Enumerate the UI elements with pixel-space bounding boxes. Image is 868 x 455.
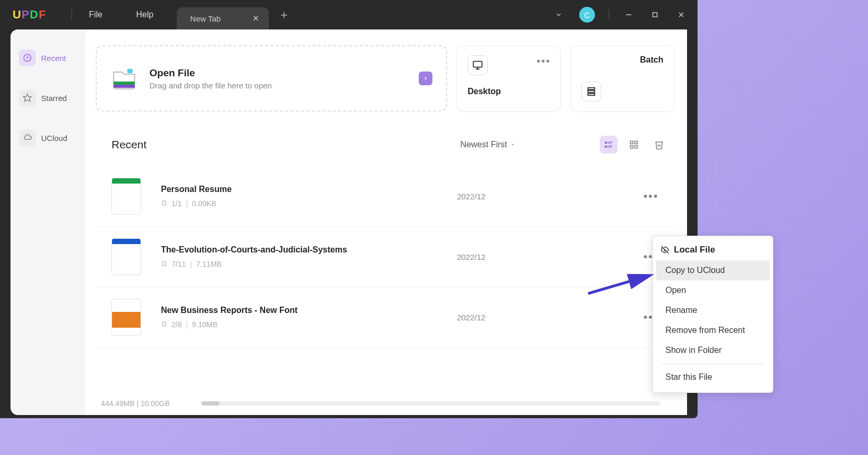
tab-new[interactable]: New Tab ✕: [177, 7, 269, 29]
context-menu: Local File Copy to UCloud Open Rename Re…: [652, 236, 773, 393]
svg-rect-17: [608, 141, 612, 143]
file-size: 7.11MB: [196, 260, 221, 268]
sidebar-label: Recent: [41, 54, 66, 63]
ctx-remove-recent[interactable]: Remove from Recent: [656, 320, 770, 340]
open-file-arrow-button[interactable]: [419, 72, 432, 85]
folder-icon: [110, 65, 138, 92]
divider: [609, 9, 609, 20]
list-view-button[interactable]: [600, 136, 618, 154]
sidebar-item-ucloud[interactable]: UCloud: [16, 125, 80, 150]
sidebar-item-starred[interactable]: Starred: [16, 85, 80, 110]
svg-rect-25: [635, 146, 638, 148]
sort-dropdown[interactable]: Newest First: [460, 140, 516, 149]
dropdown-button[interactable]: [548, 4, 570, 26]
cloud-icon: [19, 129, 36, 146]
storage-bar-area: 444.49MB | 10.00GB: [101, 399, 661, 408]
svg-rect-6: [114, 85, 135, 88]
pages-icon: [161, 199, 167, 208]
ctx-show-in-folder[interactable]: Show in Folder: [656, 340, 770, 360]
main-panel: Open File Drag and drop the file here to…: [85, 29, 687, 415]
file-row[interactable]: Personal Resume 1/1 | 0.00KB 2022/12 •••: [96, 166, 674, 227]
svg-rect-23: [635, 141, 638, 144]
ctx-open[interactable]: Open: [656, 280, 770, 300]
file-pages: 2/8: [171, 320, 181, 329]
sidebar-label: Starred: [41, 94, 67, 103]
tab-title: New Tab: [190, 14, 221, 23]
chevron-down-icon: [510, 142, 516, 147]
ctx-rename[interactable]: Rename: [656, 300, 770, 320]
window-minimize-button[interactable]: [618, 4, 640, 26]
open-file-subtitle: Drag and drop the file here to open: [149, 81, 272, 90]
star-icon: [19, 89, 36, 106]
context-menu-header: Local File: [656, 241, 770, 260]
tab-close-icon[interactable]: ✕: [250, 12, 261, 25]
file-name: Personal Resume: [161, 185, 231, 194]
window-close-button[interactable]: [670, 4, 692, 26]
file-name: The-Evolution-of-Courts-and-Judicial-Sys…: [161, 245, 347, 255]
file-date: 2022/12: [457, 192, 486, 201]
window-maximize-button[interactable]: [644, 4, 666, 26]
annotation-arrow: [583, 274, 657, 300]
open-file-title: Open File: [149, 67, 272, 79]
user-avatar[interactable]: C: [579, 7, 595, 23]
svg-line-33: [588, 276, 649, 294]
storage-fill: [201, 401, 220, 406]
storage-bar: [201, 401, 661, 406]
storage-text: 444.49MB | 10.00GB: [101, 399, 170, 408]
file-date: 2022/12: [457, 252, 486, 261]
svg-rect-19: [605, 146, 608, 148]
eye-off-icon: [660, 245, 670, 255]
divider: [72, 9, 72, 20]
svg-rect-13: [588, 90, 595, 93]
file-date: 2022/12: [457, 313, 486, 322]
list-title: Recent: [112, 138, 147, 151]
svg-rect-7: [114, 82, 135, 85]
app-window: UPDF File Help New Tab ✕ ＋ C: [0, 0, 698, 418]
svg-rect-8: [127, 69, 133, 73]
svg-rect-20: [608, 146, 612, 147]
open-file-text: Open File Drag and drop the file here to…: [149, 67, 272, 90]
svg-rect-22: [630, 141, 633, 144]
divider: [661, 363, 764, 364]
content-area: Recent Starred UCloud: [11, 29, 687, 415]
file-more-button[interactable]: •••: [643, 189, 659, 203]
file-thumbnail: [112, 178, 141, 215]
tab-add-button[interactable]: ＋: [278, 7, 290, 23]
ctx-star-file[interactable]: Star this File: [656, 367, 770, 387]
monitor-icon: [468, 55, 488, 75]
ctx-copy-to-ucloud[interactable]: Copy to UCloud: [656, 260, 770, 280]
grid-view-button[interactable]: [625, 136, 643, 154]
trash-button[interactable]: [650, 136, 668, 154]
svg-rect-18: [608, 143, 611, 144]
file-pages: 7/11: [171, 260, 186, 268]
batch-card-title: Batch: [640, 55, 663, 65]
sidebar-item-recent[interactable]: Recent: [16, 45, 80, 70]
titlebar: UPDF File Help New Tab ✕ ＋ C: [0, 0, 698, 29]
svg-marker-15: [512, 144, 514, 146]
svg-rect-16: [605, 141, 608, 144]
file-size: 9.10MB: [192, 320, 217, 329]
menu-help[interactable]: Help: [130, 7, 160, 23]
app-logo: UPDF: [13, 8, 46, 22]
sort-label: Newest First: [460, 140, 507, 149]
file-size: 0.00KB: [192, 199, 216, 208]
batch-card[interactable]: Batch: [570, 45, 674, 112]
svg-rect-24: [630, 146, 633, 148]
open-file-card[interactable]: Open File Drag and drop the file here to…: [96, 45, 447, 112]
sidebar: Recent Starred UCloud: [11, 29, 85, 415]
list-header: Recent Newest First: [112, 136, 668, 154]
card-more-button[interactable]: •••: [537, 55, 551, 67]
svg-rect-12: [588, 88, 595, 90]
menu-file[interactable]: File: [83, 7, 109, 23]
clock-icon: [19, 49, 36, 66]
desktop-card[interactable]: ••• Desktop: [457, 45, 561, 112]
top-cards: Open File Drag and drop the file here to…: [96, 45, 674, 112]
svg-rect-21: [608, 147, 611, 148]
file-name: New Business Reports - New Font: [161, 306, 298, 315]
svg-rect-14: [588, 94, 595, 96]
svg-rect-9: [473, 62, 482, 67]
file-thumbnail: [112, 299, 141, 336]
svg-rect-1: [653, 13, 657, 17]
file-thumbnail: [112, 238, 141, 275]
pages-icon: [161, 260, 167, 268]
